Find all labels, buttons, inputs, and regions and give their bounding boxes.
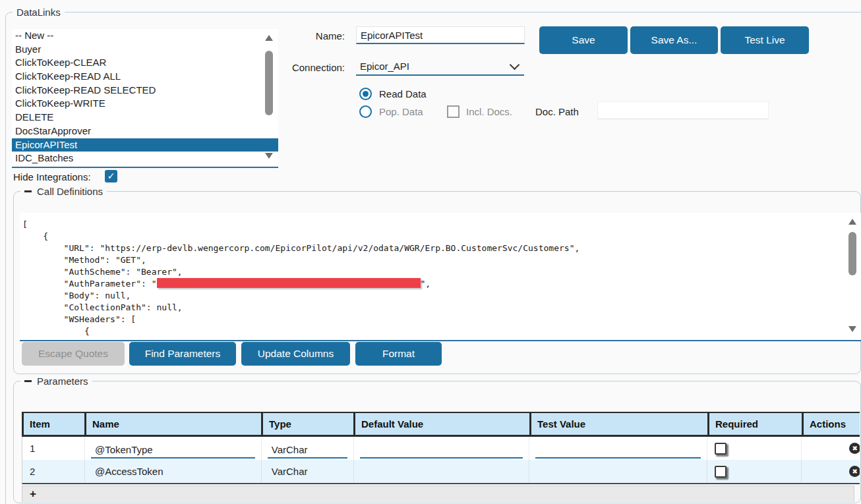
code-line: { — [22, 231, 861, 242]
delete-row-icon[interactable]: ✖ — [849, 466, 860, 477]
name-input[interactable] — [356, 26, 525, 44]
pop-data-radio[interactable] — [359, 105, 372, 118]
listbox-scrollbar[interactable] — [263, 32, 275, 165]
column-header-test-value: Test Value — [529, 413, 707, 435]
doc-path-input[interactable] — [597, 101, 769, 119]
call-definitions-code[interactable]: [ { "URL": "https://erp-devlb.wengercorp… — [20, 213, 861, 341]
chevron-down-icon — [510, 60, 520, 70]
name-field[interactable]: @AccessToken — [85, 466, 163, 477]
parameters-legend-text: Parameters — [37, 376, 88, 387]
column-header-name: Name — [84, 413, 261, 435]
list-item[interactable]: ClickToKeep-READ ALL — [12, 70, 278, 84]
scrollbar-thumb[interactable] — [265, 51, 273, 115]
column-header-default-value: Default Value — [353, 413, 529, 435]
update-columns-button[interactable]: Update Columns — [241, 342, 350, 366]
column-header-type: Type — [261, 413, 353, 435]
column-header-required: Required — [707, 413, 802, 435]
collapse-icon[interactable] — [24, 190, 32, 192]
datalinks-legend-text: DataLinks — [16, 7, 61, 18]
code-line: "Method": "GET", — [22, 254, 861, 266]
parameters-table: ItemNameTypeDefault ValueTest ValueRequi… — [22, 412, 860, 502]
delete-row-icon[interactable]: ✖ — [849, 443, 860, 454]
code-line: "URL": "https://erp-devlb.wengercorp.com… — [22, 242, 861, 254]
name-label: Name: — [257, 30, 345, 42]
list-item[interactable]: -- New -- — [12, 29, 278, 43]
name-field[interactable]: @TokenType — [91, 439, 255, 459]
parameters-legend: Parameters — [20, 374, 92, 388]
column-header-actions: Actions — [802, 413, 860, 435]
test-live-button[interactable]: Test Live — [721, 26, 809, 54]
add-row-button[interactable]: + — [22, 486, 854, 502]
code-scrollbar[interactable] — [846, 216, 858, 335]
add-icon: + — [30, 488, 36, 501]
connection-select[interactable]: Epicor_API — [356, 57, 524, 76]
redaction-bar — [157, 278, 421, 288]
pop-data-label: Pop. Data — [379, 106, 423, 117]
default-value-field[interactable] — [360, 439, 523, 459]
code-line: { — [22, 325, 861, 337]
parameters-table-header: ItemNameTypeDefault ValueTest ValueRequi… — [22, 412, 860, 437]
item-cell: 1 — [22, 437, 85, 460]
code-line: "AuthParameter": "", — [22, 278, 861, 290]
list-item[interactable]: ClickToKeep-WRITE — [12, 97, 278, 111]
test-value-field[interactable] — [535, 439, 701, 459]
format-button[interactable]: Format — [355, 342, 442, 366]
read-data-radio[interactable] — [359, 88, 372, 100]
list-item[interactable]: EpicorAPITest — [12, 138, 278, 152]
doc-path-label: Doc. Path — [535, 106, 579, 117]
call-definitions-legend-text: Call Definitions — [37, 186, 103, 197]
call-definitions-legend: Call Definitions — [20, 184, 107, 198]
type-field[interactable]: VarChar — [268, 439, 347, 459]
incl-docs-checkbox[interactable] — [447, 105, 460, 118]
hide-integrations-label: Hide Integrations: — [13, 171, 91, 182]
code-line: "Body": null, — [22, 290, 861, 302]
radio-dot-icon — [363, 91, 369, 97]
datalinks-listbox[interactable]: -- New --BuyerClickToKeep-CLEARClickToKe… — [12, 29, 278, 168]
required-checkbox[interactable] — [715, 466, 727, 478]
scroll-down-icon[interactable] — [848, 326, 856, 332]
code-line: "AuthScheme": "Bearer", — [22, 266, 861, 278]
list-item[interactable]: Buyer — [12, 43, 278, 57]
find-parameters-button[interactable]: Find Parameters — [129, 342, 236, 366]
list-item[interactable]: DELETE — [12, 111, 278, 125]
scroll-up-icon[interactable] — [848, 219, 856, 225]
list-item[interactable]: ClickToKeep-CLEAR — [12, 56, 278, 70]
code-line: [ — [22, 219, 861, 231]
hide-integrations-checkbox[interactable]: ✓ — [105, 170, 117, 182]
connection-selected-value: Epicor_API — [356, 61, 409, 72]
datalinks-panel: DataLinks -- New --BuyerClickToKeep-CLEA… — [0, 0, 861, 504]
type-field[interactable]: VarChar — [262, 466, 308, 477]
escape-quotes-button: Escape Quotes — [22, 342, 125, 366]
scrollbar-thumb[interactable] — [848, 232, 856, 275]
required-checkbox[interactable] — [715, 443, 727, 455]
table-row: 1@TokenTypeVarChar✖ — [22, 437, 860, 460]
datalinks-legend: DataLinks — [13, 5, 65, 19]
code-line: "WSHeaders": [ — [22, 314, 861, 325]
list-item[interactable]: ClickToKeep-READ SELECTED — [12, 84, 278, 98]
list-item[interactable]: IDC_Batches — [12, 152, 278, 165]
item-cell: 2 — [22, 460, 85, 483]
table-row: 2@AccessTokenVarChar✖ — [22, 460, 860, 483]
connection-label: Connection: — [257, 62, 345, 73]
incl-docs-label: Incl. Docs. — [466, 106, 512, 117]
read-data-label: Read Data — [379, 88, 427, 99]
save-button[interactable]: Save — [539, 26, 628, 54]
parameters-table-body: 1@TokenTypeVarChar✖2@AccessTokenVarChar✖ — [22, 437, 860, 484]
save-as-button[interactable]: Save As... — [630, 26, 718, 54]
code-line: "CollectionPath": null, — [22, 302, 861, 314]
check-icon: ✓ — [107, 171, 115, 181]
collapse-icon[interactable] — [24, 380, 32, 382]
column-header-item: Item — [22, 413, 84, 435]
list-item[interactable]: DocStarApprover — [12, 125, 278, 138]
scroll-down-icon[interactable] — [265, 153, 273, 159]
